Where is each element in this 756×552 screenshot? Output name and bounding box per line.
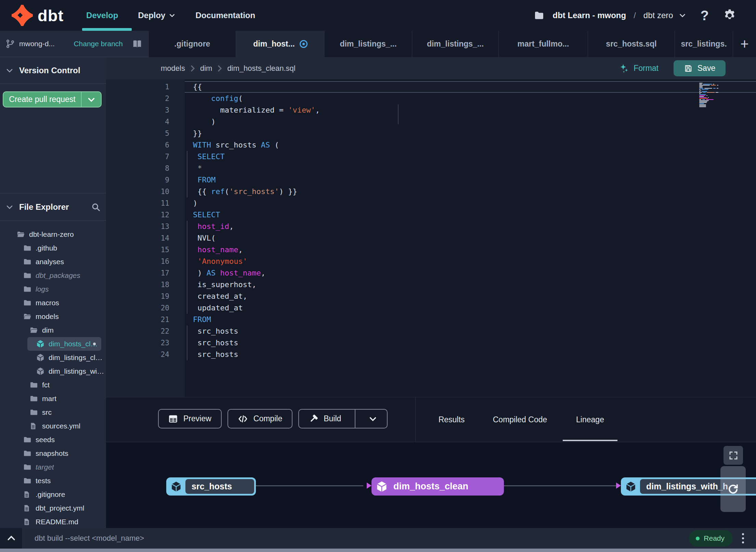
tree-item-dim-listings-clean-sql[interactable]: dim_listings_clean.sql	[0, 351, 106, 364]
panel-tab-results[interactable]: Results	[426, 397, 477, 442]
lineage-node-dim-hosts-clean[interactable]: dim_hosts_clean	[372, 477, 504, 496]
code-line-7[interactable]: SELECT	[185, 151, 756, 163]
nav-item-develop[interactable]: Develop	[86, 11, 118, 20]
command-input[interactable]: dbt build --select <model_name> Ready	[23, 528, 756, 549]
create-pr-dropdown[interactable]	[81, 92, 101, 107]
nav-item-documentation[interactable]: Documentation	[195, 11, 255, 20]
tree-item-readme-md[interactable]: README.md	[0, 515, 106, 528]
code-line-11[interactable]: )	[185, 197, 756, 209]
code-line-12[interactable]: SELECT	[185, 209, 756, 221]
tree-item-dbt-learn-zero[interactable]: dbt-learn-zero	[0, 228, 106, 241]
code-line-14[interactable]: NVL(	[185, 232, 756, 244]
tab-src-hosts-sql[interactable]: src_hosts.sql	[588, 31, 675, 57]
expand-panel-button[interactable]	[0, 528, 23, 549]
code-line-19[interactable]: created_at,	[185, 291, 756, 302]
sidebar: Version Control Create pull request File…	[0, 57, 106, 528]
refresh-lineage-button[interactable]	[720, 466, 746, 512]
tree-item--github[interactable]: .github	[0, 241, 106, 255]
format-button[interactable]: Format	[618, 63, 659, 74]
file-explorer-header[interactable]: File Explorer	[0, 193, 106, 221]
code-line-9[interactable]: FROM	[185, 174, 756, 186]
top-navbar: dbt DevelopDeployDocumentation dbt Learn…	[0, 0, 756, 31]
tree-item-snapshots[interactable]: snapshots	[0, 447, 106, 460]
code-line-24[interactable]: src_hosts	[185, 349, 756, 360]
code-line-20[interactable]: updated_at	[185, 302, 756, 314]
code-line-6[interactable]: WITH src_hosts AS (	[185, 139, 756, 151]
create-pull-request-button[interactable]: Create pull request	[3, 91, 102, 107]
tab-mart-fullmo-[interactable]: mart_fullmo...	[499, 31, 588, 57]
save-button[interactable]: Save	[674, 60, 726, 76]
docs-book-icon[interactable]	[132, 39, 143, 49]
kebab-menu-icon[interactable]	[733, 533, 753, 543]
code-editor[interactable]: 123456789101112131415161718192021222324 …	[106, 79, 756, 397]
fullscreen-button[interactable]	[724, 446, 743, 465]
breadcrumb-models[interactable]: models	[161, 64, 185, 73]
code-line-8[interactable]: *	[185, 163, 756, 174]
tree-item-dim[interactable]: dim	[0, 323, 106, 337]
tab-dim-listings-[interactable]: dim_listings_...	[412, 31, 499, 57]
breadcrumb-dim[interactable]: dim	[200, 64, 212, 73]
new-tab-button[interactable]: +	[733, 31, 756, 57]
tree-item-mart[interactable]: mart	[0, 392, 106, 406]
tree-item-seeds[interactable]: seeds	[0, 433, 106, 447]
code-line-3[interactable]: materialized = 'view',	[185, 104, 756, 116]
tree-item-logs[interactable]: logs	[0, 282, 106, 296]
tree-item--gitignore[interactable]: .gitignore	[0, 488, 106, 501]
build-button[interactable]: Build	[298, 409, 388, 428]
tree-item-src[interactable]: src	[0, 406, 106, 419]
tree-item-macros[interactable]: macros	[0, 296, 106, 310]
tree-item-dbt-project-yml[interactable]: dbt_project.yml	[0, 501, 106, 515]
code-line-22[interactable]: src_hosts	[185, 325, 756, 337]
chevron-down-icon[interactable]	[679, 12, 686, 19]
environment-selector[interactable]: dbt zero	[643, 11, 673, 20]
folder-icon	[23, 463, 32, 471]
dbt-logo[interactable]: dbt	[12, 5, 64, 26]
help-icon[interactable]: ?	[701, 8, 709, 23]
tree-item-target[interactable]: target	[0, 460, 106, 474]
compile-button[interactable]: Compile	[227, 409, 292, 428]
tree-item-tests[interactable]: tests	[0, 474, 106, 488]
code-line-18[interactable]: is_superhost,	[185, 279, 756, 291]
code-line-2[interactable]: config(	[185, 93, 756, 104]
tree-item-dbt-packages[interactable]: dbt_packages	[0, 269, 106, 282]
tree-item-sources-yml[interactable]: sources.yml	[0, 419, 106, 433]
folder-icon	[29, 408, 38, 416]
tab-src-listings-[interactable]: src_listings.	[675, 31, 733, 57]
code-line-23[interactable]: src_hosts	[185, 337, 756, 349]
project-name[interactable]: dbt Learn - mwong	[553, 11, 626, 20]
preview-button[interactable]: Preview	[158, 409, 222, 428]
tree-item-dim-listings-with-hosts-[interactable]: dim_listings_with_hosts...	[0, 364, 106, 378]
tree-item-fct[interactable]: fct	[0, 378, 106, 392]
code-line-13[interactable]: host_id,	[185, 221, 756, 232]
code-line-4[interactable]: )	[185, 116, 756, 128]
code-line-21[interactable]: FROM	[185, 314, 756, 325]
tab--gitignore[interactable]: .gitignore	[149, 31, 236, 57]
nav-item-deploy[interactable]: Deploy	[138, 11, 175, 20]
panel-tab-lineage[interactable]: Lineage	[563, 397, 617, 442]
gear-icon[interactable]	[722, 8, 737, 23]
code-line-16[interactable]: 'Anonymous'	[185, 256, 756, 267]
code-line-10[interactable]: {{ ref('src_hosts') }}	[185, 186, 756, 197]
code-line-17[interactable]: ) AS host_name,	[185, 267, 756, 279]
code-line-1[interactable]: {{	[185, 81, 756, 93]
status-badge[interactable]: Ready	[689, 530, 733, 547]
tab-dim-host-[interactable]: dim_host...	[236, 31, 325, 57]
lineage-node-src-hosts[interactable]: src_hosts	[166, 477, 256, 496]
lineage-edge	[256, 485, 363, 486]
panel-tab-compiled-code[interactable]: Compiled Code	[481, 397, 559, 442]
lineage-edge	[504, 485, 616, 486]
bottom-scrollbar[interactable]	[0, 549, 756, 552]
tree-item-models[interactable]: models	[0, 310, 106, 323]
tree-item-dim-hosts-clean-sql[interactable]: dim_hosts_clean.sql	[27, 337, 101, 351]
code-line-15[interactable]: host_name,	[185, 244, 756, 256]
chevron-right-icon	[217, 65, 222, 72]
code-line-5[interactable]: }}	[185, 128, 756, 139]
change-branch-link[interactable]: Change branch	[74, 40, 123, 48]
version-control-header[interactable]: Version Control	[0, 57, 106, 84]
build-dropdown-chevron-icon[interactable]	[361, 414, 377, 423]
tree-item-analyses[interactable]: analyses	[0, 255, 106, 269]
tab-dim-listings-[interactable]: dim_listings_...	[325, 31, 412, 57]
current-branch: mwong-d...	[19, 40, 55, 48]
search-icon[interactable]	[91, 202, 101, 212]
tree-item-label: src	[42, 408, 52, 416]
